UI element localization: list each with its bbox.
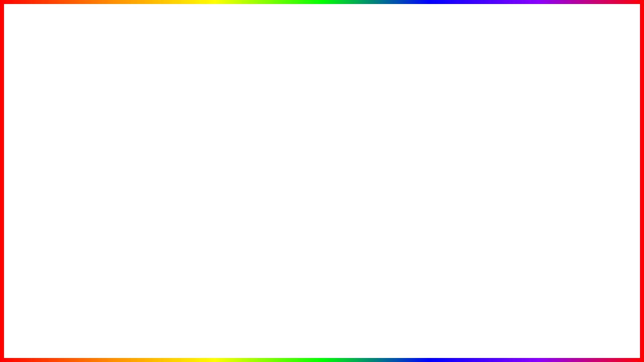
back-arrow-button[interactable]: ← xyxy=(224,112,234,123)
menu-spacer xyxy=(142,169,210,200)
work-mobile-text: WORK MOBILE xyxy=(471,142,562,203)
left-menu-panel: Main Economy Roles Settings xyxy=(141,105,211,223)
autofarm-back-button[interactable]: ← xyxy=(370,147,380,158)
silent-aim-label: Silent aim xyxy=(230,249,259,256)
menu-item-roles[interactable]: Roles xyxy=(142,149,210,169)
menu-item-settings[interactable]: Settings xyxy=(142,200,210,220)
char2-body xyxy=(518,93,548,133)
auto-text: AUTO xyxy=(70,314,182,354)
mobile-android-labels: MOBILE ✓ ANDROID ✓ xyxy=(30,171,148,231)
bottom-text-area: AUTO FARM SCRIPT PASTEBIN xyxy=(0,313,644,354)
crystal-icon: 💎 xyxy=(570,269,608,305)
kill-aura-label: Kill aura xyxy=(230,155,254,163)
char-head xyxy=(204,78,229,103)
search-player-input[interactable] xyxy=(389,111,480,124)
kill-all-label: Kill all xyxy=(230,194,248,202)
pastebin-text: PASTEBIN xyxy=(394,314,575,354)
autofarm-title: Murder Mystery 2 xyxy=(386,148,449,157)
autofarm-feature-label: Autofarm xyxy=(376,187,403,195)
mobile-checkmark: ✓ xyxy=(114,172,132,198)
dropdown-arrow-icon: ▲ xyxy=(497,206,504,214)
character-shooter xyxy=(513,65,553,133)
knife-range-label: Knife Range xyxy=(230,174,267,182)
player-item-2[interactable]: iamnotayoutuberIclc xyxy=(380,238,486,253)
main-title: MURDER MYSTERY 2 xyxy=(0,5,644,50)
panel-header: ← Murder Mystery 2 xyxy=(217,106,487,130)
crystal-badge: 💎 xyxy=(553,251,624,322)
android-checkmark: ✓ xyxy=(129,205,148,230)
script-text: SCRIPT xyxy=(294,324,393,352)
menu-item-economy[interactable]: Economy xyxy=(142,128,210,149)
print-whitelisted-label: Print whitelisted xyxy=(230,215,276,223)
mobile-label-text: MOBILE xyxy=(30,171,109,199)
android-label-text: ANDROID xyxy=(30,203,124,231)
autofarm-method-row[interactable]: Autofarm method ▲ xyxy=(370,202,510,218)
menu-item-main[interactable]: Main xyxy=(142,108,210,128)
snowflake-icon: ❄ xyxy=(65,76,86,105)
autofarm-method-label: Autofarm method xyxy=(376,207,427,214)
panel-title: Murder Mystery 2 xyxy=(240,113,389,122)
title-area: MURDER MYSTERY 2 xyxy=(0,5,644,50)
work-mobile-label: WORK MOBILE xyxy=(471,142,562,203)
farm-text: FARM xyxy=(182,314,294,354)
char2-head xyxy=(520,65,547,93)
